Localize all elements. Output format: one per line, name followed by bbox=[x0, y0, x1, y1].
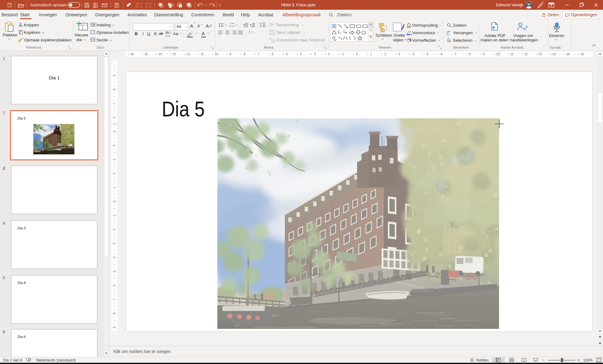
svg-text:6: 6 bbox=[441, 52, 443, 56]
svg-text:8: 8 bbox=[244, 52, 246, 56]
svg-text:15: 15 bbox=[144, 52, 148, 56]
svg-text:1: 1 bbox=[370, 52, 372, 56]
svg-text:6: 6 bbox=[113, 285, 117, 286]
svg-text:8: 8 bbox=[469, 52, 470, 56]
svg-text:8: 8 bbox=[113, 88, 117, 90]
svg-text:13: 13 bbox=[172, 52, 176, 56]
svg-text:11: 11 bbox=[510, 52, 513, 56]
svg-text:c: c bbox=[449, 33, 450, 35]
svg-text:A: A bbox=[333, 24, 335, 28]
svg-text:3: 3 bbox=[398, 52, 400, 56]
svg-text:7: 7 bbox=[258, 52, 259, 56]
svg-text:3: 3 bbox=[314, 52, 316, 56]
svg-text:5: 5 bbox=[113, 131, 117, 132]
svg-text:1: 1 bbox=[342, 52, 344, 56]
svg-text:6: 6 bbox=[113, 116, 117, 118]
svg-text:13: 13 bbox=[538, 52, 542, 56]
svg-text:4: 4 bbox=[412, 52, 414, 56]
svg-text:1: 1 bbox=[113, 215, 117, 217]
svg-text:2: 2 bbox=[384, 52, 386, 56]
svg-text:9: 9 bbox=[113, 326, 117, 328]
svg-text:7: 7 bbox=[455, 52, 457, 56]
svg-text:4: 4 bbox=[113, 256, 117, 258]
svg-text:14: 14 bbox=[158, 52, 162, 56]
svg-text:0: 0 bbox=[113, 201, 117, 202]
svg-text:10: 10 bbox=[215, 52, 218, 56]
svg-text:10: 10 bbox=[496, 52, 500, 56]
svg-text:2: 2 bbox=[113, 228, 117, 230]
svg-text:12: 12 bbox=[187, 52, 190, 56]
svg-text:16: 16 bbox=[580, 52, 584, 56]
svg-text:9: 9 bbox=[113, 75, 117, 77]
svg-text:3: 3 bbox=[113, 243, 117, 244]
svg-text:14: 14 bbox=[552, 52, 556, 56]
svg-text:6: 6 bbox=[272, 52, 274, 56]
svg-text:4: 4 bbox=[113, 145, 117, 147]
svg-text:9: 9 bbox=[230, 52, 231, 56]
svg-text:3: 3 bbox=[113, 158, 117, 160]
svg-text:7: 7 bbox=[113, 298, 117, 300]
svg-text:2: 2 bbox=[229, 25, 231, 27]
svg-text:2: 2 bbox=[113, 173, 117, 174]
svg-text:15: 15 bbox=[566, 52, 570, 56]
svg-text:0: 0 bbox=[356, 52, 358, 56]
svg-text:4: 4 bbox=[300, 52, 302, 56]
svg-text:2: 2 bbox=[328, 52, 330, 56]
svg-text:12: 12 bbox=[524, 52, 528, 56]
svg-text:5: 5 bbox=[426, 52, 428, 56]
svg-text:1: 1 bbox=[113, 186, 117, 188]
svg-text:5: 5 bbox=[286, 52, 288, 56]
svg-text:11: 11 bbox=[201, 52, 204, 56]
svg-text:5: 5 bbox=[113, 270, 117, 272]
svg-text:7: 7 bbox=[113, 103, 117, 104]
svg-text:9: 9 bbox=[483, 52, 485, 56]
svg-text:A: A bbox=[273, 23, 275, 25]
svg-text:8: 8 bbox=[113, 313, 117, 314]
svg-text:1: 1 bbox=[229, 23, 231, 25]
svg-text:16: 16 bbox=[130, 52, 134, 56]
